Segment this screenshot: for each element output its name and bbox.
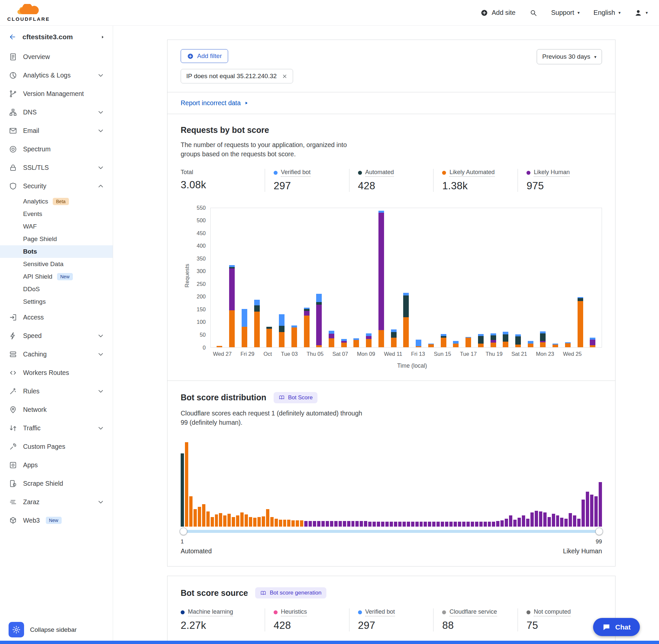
histogram-bar-score-27 — [291, 520, 295, 527]
x-tick-label — [451, 351, 460, 357]
sidebar-item-analytics-logs[interactable]: Analytics & Logs — [0, 66, 113, 85]
legend-dot — [526, 171, 531, 175]
bar-segment-verified-bot — [503, 332, 508, 335]
language-menu[interactable]: English▾ — [593, 9, 620, 17]
close-icon[interactable] — [282, 73, 287, 79]
sidebar-item-overview[interactable]: Overview — [0, 47, 113, 66]
back-arrow-icon[interactable] — [8, 33, 17, 41]
bar-segment-verified-bot — [416, 340, 421, 346]
sidebar-item-caching[interactable]: Caching — [0, 345, 113, 363]
histogram-bar-score-95 — [582, 500, 585, 527]
sidebar-subitem-ddos[interactable]: DDoS — [0, 283, 113, 296]
stacked-bar — [565, 342, 571, 347]
bar-segment-likely-automated — [491, 343, 496, 347]
sidebar-subitem-events[interactable]: Events — [0, 208, 113, 220]
score-range-slider[interactable] — [181, 527, 602, 535]
bar-segment-likely-automated — [441, 338, 446, 347]
sidebar-item-label: Version Management — [23, 90, 84, 98]
cloudflare-logo[interactable]: CLOUDFLARE — [7, 4, 50, 22]
web3-icon — [9, 516, 17, 525]
stat-label[interactable]: Cloudflare service — [449, 608, 497, 616]
histogram-bar-score-80 — [518, 518, 521, 527]
stat-label[interactable]: Automated — [365, 169, 394, 177]
sidebar-item-apps[interactable]: Apps — [0, 456, 113, 474]
sidebar-item-access[interactable]: Access — [0, 308, 113, 326]
sidebar-item-security[interactable]: Security — [0, 177, 113, 195]
stacked-bar — [416, 340, 421, 347]
chevron-down-icon — [97, 350, 105, 359]
x-tick-label — [375, 351, 384, 357]
account-menu[interactable]: ▾ — [634, 9, 648, 17]
sidebar-subitem-api-shield[interactable]: API ShieldNew — [0, 270, 113, 283]
security-icon — [9, 182, 17, 190]
sidebar-menu: OverviewAnalytics & LogsVersion Manageme… — [0, 46, 113, 617]
apps-icon — [9, 461, 17, 469]
chat-button[interactable]: Chat — [593, 618, 640, 636]
chevron-up-icon — [97, 182, 105, 190]
sidebar-subitem-analytics[interactable]: AnalyticsBeta — [0, 195, 113, 208]
sidebar-item-dns[interactable]: DNS — [0, 103, 113, 121]
sidebar-item-custom-pages[interactable]: Custom Pages — [0, 437, 113, 456]
bar-segment-likely-automated — [428, 344, 434, 347]
sidebar-item-zaraz[interactable]: Zaraz — [0, 493, 113, 511]
sidebar-item-workers-routes[interactable]: Workers Routes — [0, 363, 113, 382]
add-filter-button[interactable]: Add filter — [181, 49, 228, 63]
x-tick-label: Wed 27 — [213, 351, 232, 357]
search-button[interactable] — [529, 9, 537, 17]
caret-right-icon[interactable] — [100, 34, 105, 40]
stat-label[interactable]: Likely Human — [534, 169, 570, 177]
stat-label[interactable]: Likely Automated — [449, 169, 494, 177]
sidebar-item-version-management[interactable]: Version Management — [0, 85, 113, 103]
y-tick-label: 500 — [196, 217, 206, 224]
sidebar-subitem-bots[interactable]: Bots — [0, 245, 113, 258]
sidebar-item-rules[interactable]: Rules — [0, 382, 113, 400]
slider-handle-max[interactable] — [595, 528, 603, 535]
sidebar-item-speed[interactable]: Speed — [0, 326, 113, 345]
x-tick-label — [527, 351, 536, 357]
date-range-button[interactable]: Previous 30 days ▾ — [537, 49, 602, 64]
stacked-bar — [254, 300, 260, 347]
sidebar-item-spectrum[interactable]: Spectrum — [0, 140, 113, 158]
sidebar-subitem-sensitive-data[interactable]: Sensitive Data — [0, 258, 113, 270]
stat-label[interactable]: Verified bot — [281, 169, 310, 177]
bar-segment-likely-automated — [416, 346, 421, 347]
sidebar-item-traffic[interactable]: Traffic — [0, 419, 113, 437]
report-incorrect-data-link[interactable]: Report incorrect data — [181, 99, 249, 107]
settings-gear-button[interactable] — [8, 622, 24, 638]
histogram-bar-score-89 — [556, 515, 560, 527]
sidebar-item-network[interactable]: Network — [0, 400, 113, 419]
sidebar-item-email[interactable]: Email — [0, 121, 113, 140]
stacked-bar — [378, 211, 384, 347]
bar-segment-likely-automated — [478, 344, 484, 347]
bot-score-generation-badge[interactable]: Bot score generation — [255, 587, 326, 598]
sidebar-item-scrape-shield[interactable]: Scrape Shield — [0, 474, 113, 493]
bar-segment-verified-bot — [316, 294, 322, 302]
stat-label[interactable]: Heuristics — [281, 608, 307, 616]
x-tick-label: Mon 23 — [536, 351, 554, 357]
stat-label[interactable]: Not computed — [534, 608, 571, 616]
language-label: English — [593, 9, 615, 17]
slider-max-value: 99 — [596, 538, 602, 545]
histogram-bar-score-70 — [475, 522, 478, 527]
bot-score-docs-badge[interactable]: Bot Score — [274, 392, 318, 403]
collapse-sidebar-label[interactable]: Collapse sidebar — [30, 626, 77, 634]
sidebar-item-web3[interactable]: Web3New — [0, 511, 113, 530]
site-header: cftestsite3.com — [0, 26, 113, 46]
sidebar-subitem-settings[interactable]: Settings — [0, 296, 113, 308]
add-site-button[interactable]: Add site — [480, 9, 515, 17]
histogram-bar-score-86 — [543, 512, 547, 527]
stat-verified-bot: Verified bot297 — [265, 169, 349, 192]
stat-label[interactable]: Verified bot — [365, 608, 395, 616]
support-menu[interactable]: Support▾ — [551, 9, 580, 17]
filter-chip[interactable]: IP does not equal 35.212.240.32 — [181, 69, 293, 84]
stat-label[interactable]: Machine learning — [188, 608, 233, 616]
slider-track[interactable] — [181, 530, 602, 533]
sidebar-item-ssl-tls[interactable]: SSL/TLS — [0, 158, 113, 177]
sidebar-subitem-waf[interactable]: WAF — [0, 220, 113, 233]
sidebar-subitem-page-shield[interactable]: Page Shield — [0, 233, 113, 245]
histogram-bar-score-32 — [313, 521, 316, 527]
x-tick-label — [554, 351, 563, 357]
y-tick-label: 100 — [196, 319, 206, 325]
new-badge: New — [57, 273, 73, 280]
slider-handle-min[interactable] — [180, 528, 187, 535]
